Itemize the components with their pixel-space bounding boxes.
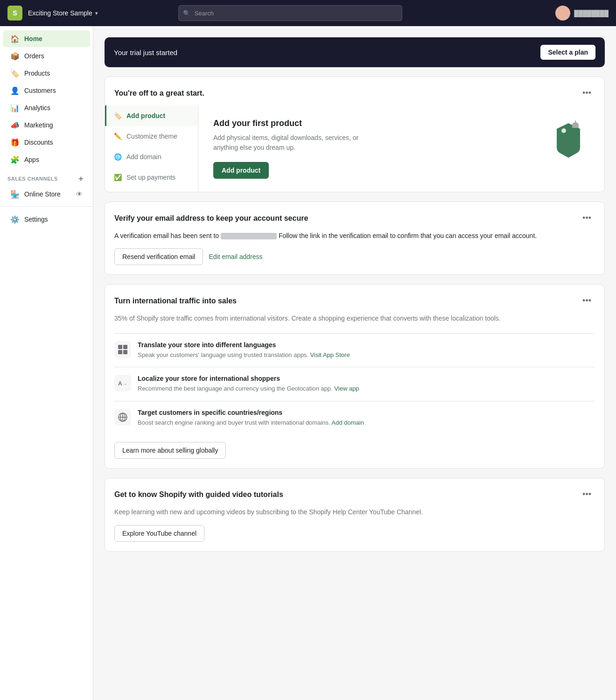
store-name: Exciting Store Sample (28, 9, 92, 17)
sidebar-nav-products[interactable]: 🏷️ Products (3, 65, 90, 82)
svg-rect-4 (118, 350, 122, 354)
domain-icon (114, 409, 131, 426)
setup-item-payments[interactable]: ✅ Set up payments (105, 167, 198, 188)
redacted-email (221, 233, 277, 239)
step-description: Add physical items, digital downloads, s… (213, 133, 372, 153)
sidebar: 🏠 Home 📦 Orders 🏷️ Products 👤 Customers … (0, 26, 93, 700)
intl-translate-item: Translate your store into different lang… (114, 333, 595, 367)
resend-verification-button[interactable]: Resend verification email (114, 248, 203, 265)
youtube-card-menu-button[interactable]: ••• (579, 488, 595, 501)
sidebar-nav-settings[interactable]: ⚙️ Settings (3, 211, 90, 228)
edit-email-button[interactable]: Edit email address (209, 253, 262, 260)
sidebar-item-label: Products (24, 70, 50, 77)
main-content: Your trial just started Select a plan Yo… (93, 26, 616, 700)
sidebar-item-label: Discounts (24, 139, 53, 146)
tag-icon: 🏷️ (114, 112, 122, 119)
chevron-down-icon: ▼ (94, 11, 99, 16)
card-title: You're off to a great start. (114, 89, 204, 98)
online-store-icon: 🏪 (10, 189, 20, 199)
eye-icon[interactable]: 👁 (76, 190, 83, 198)
card-menu-button[interactable]: ••• (579, 86, 595, 100)
sidebar-nav-home[interactable]: 🏠 Home (3, 30, 90, 47)
settings-icon: ⚙️ (10, 215, 20, 224)
setup-item-add-domain[interactable]: 🌐 Add domain (105, 147, 198, 167)
step-heading: Add your first product (213, 119, 372, 128)
store-switcher[interactable]: Exciting Store Sample ▼ (28, 9, 99, 17)
sidebar-nav-discounts[interactable]: 🎁 Discounts (3, 134, 90, 151)
setup-steps-list: 🏷️ Add product ✏️ Customize theme 🌐 Add … (105, 105, 198, 192)
translate-description: Speak your customers' language using tru… (138, 350, 350, 360)
target-description: Boost search engine ranking and buyer tr… (138, 418, 364, 427)
marketing-icon: 📣 (10, 120, 20, 130)
sidebar-nav-online-store[interactable]: 🏪 Online Store 👁 (3, 186, 90, 203)
learn-more-global-button[interactable]: Learn more about selling globally (114, 442, 226, 459)
search-container: 🔍 (178, 5, 402, 21)
avatar[interactable] (555, 6, 570, 21)
search-icon: 🔍 (183, 10, 190, 17)
sidebar-item-label: Settings (24, 216, 48, 223)
intl-target-item: Target customers in specific countries/r… (114, 401, 595, 435)
translate-heading: Translate your store into different lang… (138, 341, 350, 349)
svg-rect-5 (123, 350, 127, 354)
sales-channels-section: SALES CHANNELS ＋ (0, 168, 93, 185)
intl-localize-item: A → Localize your store for internationa… (114, 367, 595, 401)
verify-card-header: Verify your email address to keep your a… (105, 202, 604, 231)
sidebar-item-label: Apps (24, 156, 39, 163)
trial-banner: Your trial just started Select a plan (105, 37, 605, 67)
international-card-menu-button[interactable]: ••• (579, 294, 595, 308)
youtube-card-description: Keep learning with new and upcoming vide… (114, 507, 595, 517)
brush-icon: ✏️ (114, 133, 122, 140)
search-input[interactable] (178, 5, 402, 21)
sidebar-nav-orders[interactable]: 📦 Orders (3, 48, 90, 64)
svg-text:→: → (123, 381, 127, 386)
sidebar-nav-customers[interactable]: 👤 Customers (3, 82, 90, 99)
sidebar-item-label: Home (24, 35, 42, 42)
globe-icon: 🌐 (114, 153, 122, 161)
sidebar-nav-analytics[interactable]: 📊 Analytics (3, 99, 90, 116)
card-header: You're off to a great start. ••• (105, 77, 604, 105)
view-app-link[interactable]: View app (334, 385, 359, 392)
add-sales-channel-button[interactable]: ＋ (76, 174, 85, 183)
youtube-card-header: Get to know Shopify with guided video tu… (105, 478, 604, 507)
sidebar-item-label: Analytics (24, 104, 50, 112)
explore-youtube-button[interactable]: Explore YouTube channel (114, 525, 204, 542)
international-card: Turn international traffic into sales ••… (105, 284, 605, 469)
trial-banner-text: Your trial just started (114, 49, 177, 56)
setup-step-content: Add your first product Add physical item… (198, 105, 604, 192)
shopify-logo: S (7, 6, 22, 21)
check-circle-icon: ✅ (114, 174, 122, 181)
verify-email-description: A verification email has been sent to Fo… (114, 231, 595, 241)
sidebar-nav-marketing[interactable]: 📣 Marketing (3, 117, 90, 133)
international-card-header: Turn international traffic into sales ••… (105, 285, 604, 313)
sidebar-item-label: Online Store (24, 190, 61, 198)
orders-icon: 📦 (10, 51, 20, 61)
home-icon: 🏠 (10, 34, 20, 43)
setup-item-customize-theme[interactable]: ✏️ Customize theme (105, 126, 198, 147)
apps-icon: 🧩 (10, 155, 20, 164)
customers-icon: 👤 (10, 86, 20, 95)
youtube-card: Get to know Shopify with guided video tu… (105, 478, 605, 551)
username: ████████ (574, 10, 609, 17)
setup-item-add-product[interactable]: 🏷️ Add product (105, 105, 198, 126)
sidebar-item-label: Orders (24, 52, 44, 60)
topbar: S Exciting Store Sample ▼ 🔍 ████████ (0, 0, 616, 26)
verify-actions: Resend verification email Edit email add… (114, 248, 595, 265)
svg-point-0 (561, 128, 566, 133)
great-start-card: You're off to a great start. ••• 🏷️ Add … (105, 77, 605, 192)
add-domain-link[interactable]: Add domain (332, 419, 364, 426)
verify-card-menu-button[interactable]: ••• (579, 211, 595, 225)
visit-app-store-link[interactable]: Visit App Store (310, 351, 350, 358)
sidebar-nav-apps[interactable]: 🧩 Apps (3, 151, 90, 168)
youtube-card-title: Get to know Shopify with guided video tu… (114, 490, 283, 499)
svg-rect-2 (118, 345, 122, 349)
add-product-button[interactable]: Add product (213, 162, 269, 179)
target-heading: Target customers in specific countries/r… (138, 409, 364, 416)
discounts-icon: 🎁 (10, 138, 20, 147)
select-plan-button[interactable]: Select a plan (540, 45, 595, 60)
localize-icon: A → (114, 375, 131, 392)
analytics-icon: 📊 (10, 103, 20, 112)
step-illustration (547, 119, 589, 161)
international-card-description: 35% of Shopify store traffic comes from … (114, 313, 595, 323)
localize-heading: Localize your store for international sh… (138, 375, 359, 382)
international-card-title: Turn international traffic into sales (114, 297, 237, 305)
